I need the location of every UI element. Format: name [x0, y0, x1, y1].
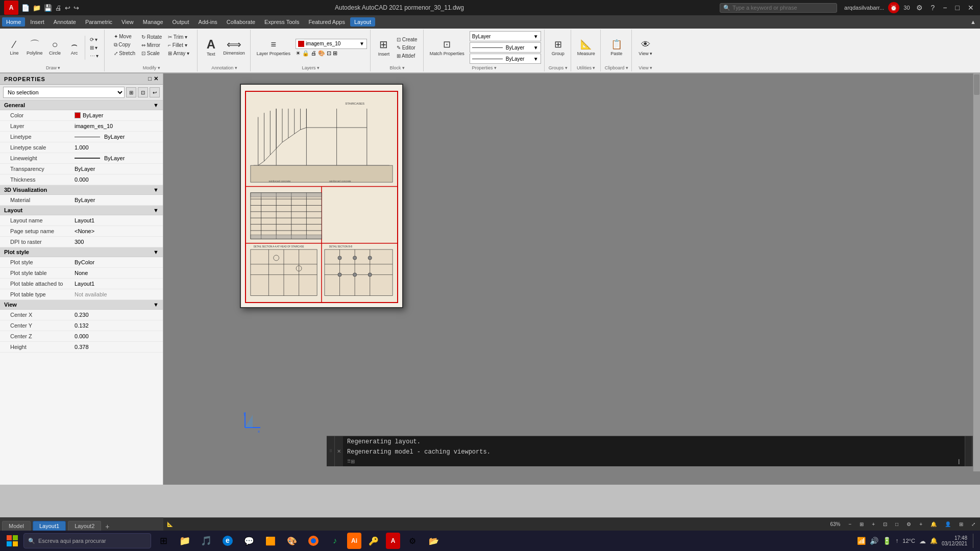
- center-y-value[interactable]: 0.132: [71, 321, 163, 330]
- layer-dropdown-arrow[interactable]: ▼: [359, 41, 364, 46]
- taskbar-volume-icon[interactable]: 🔊: [870, 537, 878, 545]
- trim-button[interactable]: ✂ Trim ▾: [165, 33, 192, 41]
- color-dropdown-arrow[interactable]: ▼: [533, 34, 538, 39]
- menu-collaborate[interactable]: Collaborate: [223, 17, 259, 27]
- plot-style-value[interactable]: ByColor: [71, 258, 163, 266]
- general-section-header[interactable]: General ▼: [0, 101, 163, 110]
- copy-button[interactable]: ⧉ Copy: [111, 41, 138, 49]
- props-close-icon[interactable]: ✕: [154, 76, 159, 82]
- question-icon[interactable]: ?: [929, 4, 937, 12]
- center-x-value[interactable]: 0.230: [71, 311, 163, 319]
- props-restore-icon[interactable]: □: [148, 76, 152, 82]
- transparency-value[interactable]: ByLayer: [71, 165, 163, 173]
- title-search-input[interactable]: [732, 5, 824, 11]
- circle-button[interactable]: ○ Circle: [46, 33, 64, 62]
- stretch-button[interactable]: ⤢ Stretch: [111, 49, 138, 57]
- insert-button[interactable]: ⊞ Insert: [375, 33, 393, 62]
- add-layout-button[interactable]: +: [103, 522, 111, 531]
- command-scrollbar[interactable]: [965, 436, 972, 466]
- snap-btn-14[interactable]: 📐: [164, 521, 176, 528]
- command-input[interactable]: [357, 458, 955, 465]
- zoom-slider[interactable]: ⊞: [857, 521, 866, 528]
- plot-table-attached-value[interactable]: Layout1: [71, 280, 163, 288]
- taskbar-autocad[interactable]: A: [386, 533, 400, 549]
- polyline-button[interactable]: ⌒ Polyline: [24, 33, 45, 62]
- arc-button[interactable]: ⌢ Arc: [65, 33, 84, 62]
- print-icon[interactable]: 🖨: [55, 4, 62, 12]
- center-z-value[interactable]: 0.000: [71, 332, 163, 340]
- draw-extra-2[interactable]: ⊞ ▾: [87, 44, 102, 52]
- open-icon[interactable]: 📁: [33, 4, 41, 12]
- taskbar-vm[interactable]: ⚙: [403, 533, 422, 549]
- group-button[interactable]: ⊞ Group: [549, 33, 567, 62]
- zoom-in-btn[interactable]: +: [869, 521, 877, 528]
- canvas-area[interactable]: STAIRCASES: [163, 73, 980, 485]
- taskbar-battery-icon[interactable]: 🔋: [883, 537, 891, 545]
- color-dropdown[interactable]: ByLayer ▼: [470, 31, 541, 41]
- menu-express[interactable]: Express Tools: [260, 17, 303, 27]
- taskbar-firefox[interactable]: [304, 533, 323, 549]
- taskbar-media[interactable]: 🎵: [197, 533, 215, 549]
- workspace-btn[interactable]: ⊡: [880, 521, 890, 528]
- selection-dropdown[interactable]: No selection: [3, 87, 125, 98]
- taskbar-clock[interactable]: 17:48 03/12/2021: [942, 535, 967, 546]
- taskbar-search[interactable]: 🔍 Escreva aqui para procurar: [23, 533, 151, 548]
- draw-extra-3[interactable]: ⋯ ▾: [87, 52, 102, 60]
- array-button[interactable]: ⊞ Array ▾: [165, 49, 192, 57]
- plot-style-collapse-icon[interactable]: ▼: [153, 249, 159, 255]
- taskbar-browser[interactable]: e: [218, 533, 237, 549]
- layer-icon3[interactable]: 🖨: [311, 50, 316, 57]
- user-btn[interactable]: 👤: [942, 521, 953, 528]
- line-button[interactable]: ∕ Line: [5, 33, 23, 62]
- taskbar-illustrator[interactable]: 🎨: [283, 533, 301, 549]
- taskbar-filezilla[interactable]: 🔑: [364, 533, 383, 549]
- lineweight-value[interactable]: ByLayer: [71, 154, 163, 162]
- layer-icon1[interactable]: ☀: [296, 50, 301, 57]
- linetype-dropdown[interactable]: ByLayer ▼: [470, 42, 541, 53]
- add-btn[interactable]: +: [917, 521, 925, 528]
- main-scrollbar-thumb[interactable]: [974, 74, 979, 95]
- layer-icon2[interactable]: 🔒: [302, 50, 309, 57]
- expand-btn[interactable]: ⤢: [969, 521, 978, 528]
- match-properties-button[interactable]: ⊡ Match Properties: [428, 33, 467, 62]
- paste-button[interactable]: 📋 Paste: [607, 33, 626, 62]
- view-section-header[interactable]: View ▼: [0, 300, 163, 310]
- settings-icon[interactable]: ⚙: [914, 4, 925, 12]
- command-close-button[interactable]: ✕: [335, 436, 343, 466]
- lineweight-dropdown[interactable]: ByLayer ▼: [470, 54, 541, 64]
- start-button[interactable]: [4, 533, 20, 549]
- settings-btn[interactable]: ⚙: [904, 521, 914, 528]
- props-icon-2[interactable]: ⊡: [138, 87, 148, 97]
- more-btn[interactable]: ⊞: [957, 521, 966, 528]
- main-scrollbar-vertical[interactable]: [973, 73, 980, 471]
- lineweight-dropdown-arrow[interactable]: ▼: [533, 56, 538, 62]
- block-editor[interactable]: ✎ Editor: [394, 44, 420, 52]
- layer-dropdown[interactable]: imagem_es_10 ▼: [296, 39, 367, 49]
- layer-icon6[interactable]: ⊞: [333, 50, 337, 57]
- props-icon-1[interactable]: ⊞: [126, 87, 136, 97]
- notification-icon[interactable]: 🔔: [930, 537, 938, 544]
- layout-collapse-icon[interactable]: ▼: [153, 207, 159, 213]
- move-button[interactable]: ✦ Move: [111, 33, 138, 40]
- notifications-btn[interactable]: 🔔: [928, 521, 939, 528]
- plot-style-section-header[interactable]: Plot style ▼: [0, 247, 163, 257]
- view-collapse-icon[interactable]: ▼: [153, 302, 159, 308]
- taskbar-task-view[interactable]: ⊞: [154, 533, 173, 549]
- model-tab[interactable]: Model: [2, 521, 31, 531]
- viewport-btn[interactable]: □: [893, 521, 901, 528]
- close-button[interactable]: ✕: [966, 4, 976, 12]
- taskbar-orange-icon[interactable]: 🟧: [261, 533, 280, 549]
- menu-manage[interactable]: Manage: [139, 17, 167, 27]
- menu-featured[interactable]: Featured Apps: [304, 17, 349, 27]
- menu-home[interactable]: Home: [2, 17, 25, 27]
- scale-button[interactable]: ⊡ Scale: [139, 49, 164, 57]
- draw-extra-1[interactable]: ⟳ ▾: [87, 36, 102, 43]
- dimension-button[interactable]: ⟺ Dimension: [221, 33, 247, 62]
- new-icon[interactable]: 📄: [21, 4, 30, 12]
- taskbar-spotify[interactable]: ♪: [326, 533, 344, 549]
- fillet-button[interactable]: ⌐ Fillet ▾: [165, 41, 192, 49]
- layout1-tab[interactable]: Layout1: [33, 521, 66, 531]
- color-value[interactable]: ByLayer: [71, 111, 163, 119]
- plot-style-table-value[interactable]: None: [71, 269, 163, 277]
- rotate-button[interactable]: ↻ Rotate: [139, 33, 164, 41]
